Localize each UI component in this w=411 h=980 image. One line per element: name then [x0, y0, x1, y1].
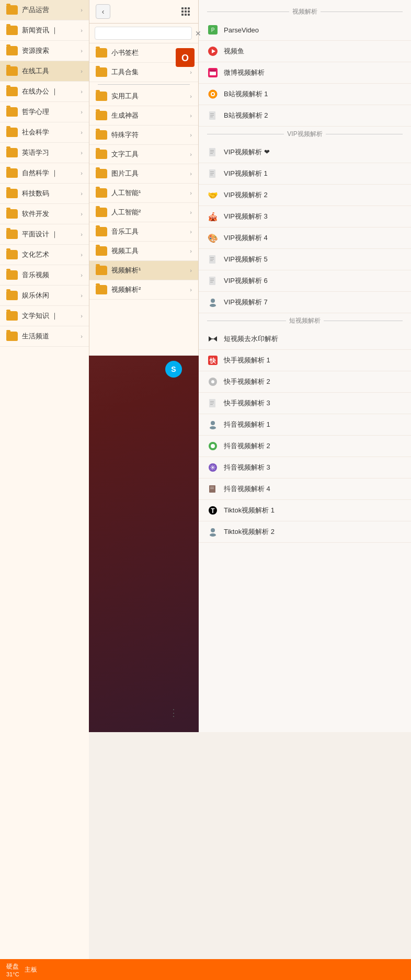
chevron-right-icon: ›	[81, 88, 83, 95]
right-panel-item-20[interactable]: 抖音视频解析 4	[199, 478, 411, 500]
right-panel-item-17[interactable]: 抖音视频解析 1	[199, 414, 411, 436]
right-panel-item-18[interactable]: 抖音视频解析 2	[199, 436, 411, 457]
chevron-right-icon: ›	[81, 27, 83, 33]
right-panel-item-16[interactable]: 快手视频解析 3	[199, 393, 411, 414]
right-panel-label: VIP视频解析 ❤	[224, 147, 270, 157]
submenu-item-12[interactable]: 视频解析²›	[89, 280, 198, 300]
right-panel-item-4[interactable]: B站视频解析 2	[199, 105, 411, 127]
svg-point-31	[210, 304, 216, 307]
right-panel-item-8[interactable]: 🎪VIP视频解析 3	[199, 206, 411, 227]
handshake-icon: 🤝	[207, 189, 219, 201]
svg-rect-17	[210, 153, 213, 154]
right-panel-label: Tiktok视频解析 2	[224, 527, 275, 537]
sidebar-item-9[interactable]: 科技数码›	[0, 184, 89, 204]
sidebar-item-4[interactable]: 在线办公 ｜›	[0, 82, 89, 102]
right-panel-item-14[interactable]: 快快手视频解析 1	[199, 350, 411, 371]
folder-icon	[96, 169, 107, 178]
sidebar-item-16[interactable]: 生活频道›	[0, 326, 89, 347]
more-options-button[interactable]: ⋮	[169, 707, 178, 719]
right-panel-item-7[interactable]: 🤝VIP视频解析 2	[199, 185, 411, 206]
sidebar-item-8[interactable]: 自然科学 ｜›	[0, 163, 89, 184]
right-panel-label: 微博视频解析	[224, 68, 265, 77]
back-button[interactable]: ‹	[96, 4, 110, 19]
sidebar-item-5[interactable]: 哲学心理›	[0, 102, 89, 122]
svg-point-38	[211, 380, 214, 383]
right-panel: 视频解析PParseVideo视频鱼微博视频解析B站视频解析 1B站视频解析 2…	[199, 0, 411, 732]
submenu-label: 人工智能²	[111, 208, 190, 217]
folder-icon	[6, 107, 18, 117]
right-panel-label: 抖音视频解析 2	[224, 441, 270, 451]
submenu-label: 视频解析¹	[111, 266, 190, 275]
svg-text:P: P	[211, 27, 215, 33]
submenu-item-5[interactable]: 文字工具›	[89, 145, 198, 164]
sidebar-item-10[interactable]: 软件开发›	[0, 204, 89, 224]
sidebar-label: 产品运营	[22, 5, 81, 15]
chevron-right-icon: ›	[190, 170, 192, 177]
submenu-item-9[interactable]: 音乐工具›	[89, 222, 198, 242]
submenu-search-area: ✕	[89, 24, 198, 43]
sidebar-item-0[interactable]: 产品运营›	[0, 0, 89, 20]
sidebar-item-14[interactable]: 娱乐休闲›	[0, 286, 89, 306]
right-panel-label: 抖音视频解析 1	[224, 420, 270, 429]
sidebar-item-1[interactable]: 新闻资讯 ｜›	[0, 20, 89, 41]
chevron-right-icon: ›	[190, 229, 192, 235]
svg-text:O: O	[181, 53, 189, 63]
sidebar-item-7[interactable]: 英语学习›	[0, 143, 89, 163]
search-input[interactable]	[95, 27, 192, 40]
sidebar-label: 音乐视频	[22, 270, 81, 280]
right-panel-label: 抖音视频解析 4	[224, 484, 270, 494]
sidebar-item-15[interactable]: 文学知识 ｜›	[0, 306, 89, 326]
submenu-item-4[interactable]: 特殊字符›	[89, 126, 198, 145]
right-panel-item-2[interactable]: 微博视频解析	[199, 62, 411, 84]
sidebar-item-2[interactable]: 资源搜索›	[0, 41, 89, 61]
sidebar-item-6[interactable]: 社会科学›	[0, 122, 89, 143]
right-panel-item-10[interactable]: VIP视频解析 5	[199, 249, 411, 270]
submenu-item-6[interactable]: 图片工具›	[89, 164, 198, 184]
person3-icon	[207, 526, 219, 538]
right-panel-item-3[interactable]: B站视频解析 1	[199, 84, 411, 105]
right-panel-item-9[interactable]: 🎨VIP视频解析 4	[199, 227, 411, 249]
close-icon[interactable]: ✕	[195, 28, 201, 39]
folder-icon	[6, 87, 18, 96]
submenu-item-3[interactable]: 生成神器›	[89, 106, 198, 126]
submenu-label: 音乐工具	[111, 227, 190, 236]
chevron-right-icon: ›	[190, 287, 192, 293]
submenu-header: ‹	[89, 0, 198, 24]
skype-icon: S	[165, 361, 182, 378]
submenu-item-8[interactable]: 人工智能²›	[89, 203, 198, 222]
right-panel-item-11[interactable]: VIP视频解析 6	[199, 270, 411, 292]
grid-button[interactable]	[179, 5, 192, 18]
right-panel-label: VIP视频解析 2	[224, 190, 268, 200]
right-panel-item-1[interactable]: 视频鱼	[199, 41, 411, 62]
sidebar-item-11[interactable]: 平面设计 ｜›	[0, 224, 89, 245]
submenu-item-10[interactable]: 视频工具›	[89, 242, 198, 261]
right-panel-item-0[interactable]: PParseVideo	[199, 19, 411, 41]
right-panel-item-12[interactable]: VIP视频解析 7	[199, 292, 411, 313]
right-panel-item-5[interactable]: VIP视频解析 ❤	[199, 142, 411, 163]
person-icon	[207, 297, 219, 308]
sidebar-item-13[interactable]: 音乐视频›	[0, 265, 89, 286]
chevron-right-icon: ›	[81, 7, 83, 13]
right-panel-item-13[interactable]: 短视频去水印解析	[199, 328, 411, 350]
palette-icon: 🎨	[207, 232, 219, 244]
doc-icon	[207, 397, 219, 409]
svg-marker-33	[213, 336, 217, 341]
right-panel-item-19[interactable]: ✳抖音视频解析 3	[199, 457, 411, 478]
doc-icon	[207, 168, 219, 179]
right-panel-item-21[interactable]: TTiktok视频解析 1	[199, 500, 411, 521]
sidebar-label: 在线办公 ｜	[22, 87, 81, 96]
submenu-item-2[interactable]: 实用工具›	[89, 87, 198, 106]
submenu-item-7[interactable]: 人工智能¹›	[89, 184, 198, 203]
right-panel-item-22[interactable]: Tiktok视频解析 2	[199, 521, 411, 543]
svg-rect-23	[210, 257, 214, 258]
right-panel-item-6[interactable]: VIP视频解析 1	[199, 163, 411, 185]
doc-icon	[207, 254, 219, 265]
right-panel-label: VIP视频解析 4	[224, 233, 268, 243]
right-panel-item-15[interactable]: 快手视频解析 2	[199, 371, 411, 393]
submenu-label: 图片工具	[111, 169, 190, 178]
submenu-item-11[interactable]: 视频解析¹›	[89, 261, 198, 280]
folder-icon	[6, 168, 18, 178]
right-panel-label: VIP视频解析 6	[224, 276, 268, 286]
sidebar-item-3[interactable]: 在线工具›	[0, 61, 89, 82]
sidebar-item-12[interactable]: 文化艺术›	[0, 245, 89, 265]
